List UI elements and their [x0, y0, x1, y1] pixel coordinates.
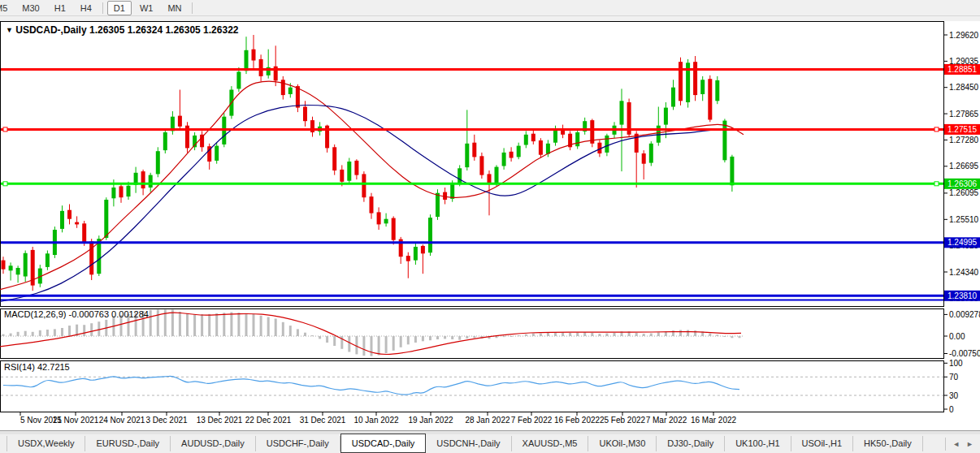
chart-tab-audusd-daily[interactable]: AUDUSD-,Daily	[171, 436, 256, 451]
svg-text:1.26095: 1.26095	[949, 188, 979, 197]
svg-text:19 Jan 2022: 19 Jan 2022	[408, 416, 453, 425]
chart-tab-eurusd-daily[interactable]: EURUSD-,Daily	[85, 436, 171, 451]
svg-text:1.24995: 1.24995	[947, 238, 978, 247]
svg-text:10 Jan 2022: 10 Jan 2022	[353, 416, 398, 425]
svg-text:28 Jan 2022: 28 Jan 2022	[465, 416, 510, 425]
svg-text:24 Nov 2021: 24 Nov 2021	[99, 416, 145, 425]
chart-tab-usdchf-daily[interactable]: USDCHF-,Daily	[256, 436, 340, 451]
svg-text:1.27280: 1.27280	[949, 136, 979, 145]
svg-text:0.009278: 0.009278	[949, 310, 980, 319]
timeframe-toolbar: M5M30H1H4D1W1MN	[0, 0, 980, 16]
svg-text:-0.00750: -0.00750	[949, 349, 980, 358]
period-button-d1[interactable]: D1	[107, 1, 132, 15]
svg-text:1.29620: 1.29620	[949, 31, 979, 40]
svg-text:1.28851: 1.28851	[947, 65, 978, 74]
svg-text:13 Dec 2021: 13 Dec 2021	[197, 416, 243, 425]
chart-tab-usdcnh-daily[interactable]: USDCNH-,Daily	[426, 436, 511, 451]
svg-text:1.26306: 1.26306	[947, 179, 978, 188]
chart-tab-uk100-h1[interactable]: UK100-,H1	[725, 436, 791, 451]
period-button-m30[interactable]: M30	[15, 1, 46, 15]
scroll-left-icon[interactable]: ◄	[952, 440, 960, 448]
svg-text:1.23810: 1.23810	[947, 291, 978, 300]
svg-text:1.27865: 1.27865	[949, 110, 979, 119]
svg-text:7 Mar 2022: 7 Mar 2022	[646, 416, 687, 425]
chart-tab-xauusd-m5[interactable]: XAUUSD-,M5	[512, 436, 589, 451]
svg-text:1.28450: 1.28450	[949, 83, 979, 92]
toolbar-separator	[102, 2, 103, 14]
svg-text:22 Dec 2021: 22 Dec 2021	[245, 416, 292, 425]
chart-tab-usoil-h1[interactable]: USOil-,H1	[791, 436, 854, 451]
svg-text:31 Dec 2021: 31 Dec 2021	[300, 416, 346, 425]
period-button-h1[interactable]: H1	[48, 1, 72, 15]
chart-tab-usdcad-daily[interactable]: USDCAD-,Daily	[340, 434, 427, 453]
svg-text:1.24340: 1.24340	[949, 268, 979, 277]
scroll-right-icon[interactable]: ►	[966, 440, 973, 448]
svg-text:0.00: 0.00	[949, 332, 965, 341]
price-panel	[1, 22, 944, 307]
chart-tab-hk50-daily[interactable]: HK50-,Daily	[853, 436, 923, 451]
period-button-m5[interactable]: M5	[0, 1, 14, 15]
svg-text:1.27515: 1.27515	[947, 125, 978, 134]
svg-text:3 Dec 2021: 3 Dec 2021	[145, 416, 188, 425]
rsi-panel	[1, 361, 944, 412]
chart-window[interactable]: 1.296201.290351.284501.278651.272801.266…	[0, 21, 980, 430]
period-button-h4[interactable]: H4	[74, 1, 98, 15]
symbol-tabbar: USDX,WeeklyEURUSD-,DailyAUDUSD-,DailyUSD…	[0, 434, 980, 453]
svg-text:1.26695: 1.26695	[949, 162, 979, 170]
svg-text:1.25510: 1.25510	[949, 215, 979, 224]
period-button-mn[interactable]: MN	[161, 1, 188, 15]
chart-tab-dj30-daily[interactable]: DJ30-,Daily	[657, 436, 725, 451]
chart-tab-ukoil-m30[interactable]: UKOil-,M30	[588, 436, 657, 451]
tab-scroll-arrows: ◄►	[945, 438, 980, 451]
svg-text:25 Feb 2022: 25 Feb 2022	[600, 416, 646, 425]
toolbar-separator	[192, 2, 193, 14]
svg-text:100: 100	[949, 359, 963, 368]
chart-canvas[interactable]: 1.296201.290351.284501.278651.272801.266…	[0, 21, 980, 430]
svg-text:16 Mar 2022: 16 Mar 2022	[691, 416, 737, 425]
svg-text:30: 30	[949, 391, 959, 400]
svg-text:16 Feb 2022: 16 Feb 2022	[554, 416, 601, 425]
period-button-w1[interactable]: W1	[133, 1, 160, 15]
svg-text:15 Nov 2021: 15 Nov 2021	[53, 416, 99, 425]
svg-text:70: 70	[949, 373, 959, 382]
svg-text:0: 0	[949, 405, 954, 414]
chart-tab-usdx-weekly[interactable]: USDX,Weekly	[7, 436, 85, 451]
svg-text:7 Feb 2022: 7 Feb 2022	[511, 416, 553, 425]
